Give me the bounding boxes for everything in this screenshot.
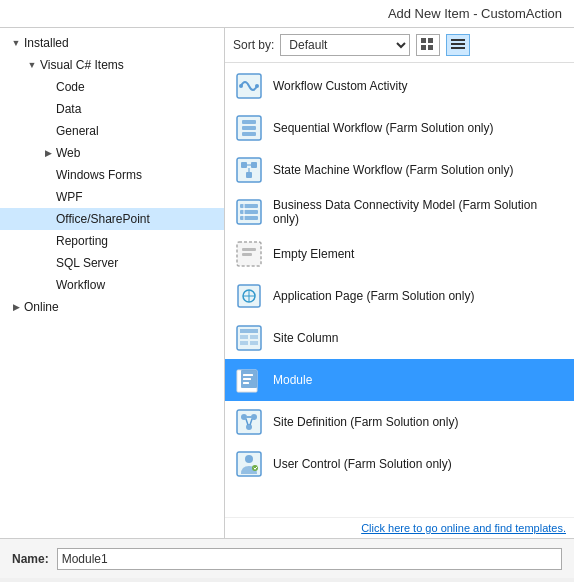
svg-point-52 (252, 465, 258, 471)
svg-rect-3 (428, 45, 433, 50)
item-label-workflow-custom: Workflow Custom Activity (273, 79, 407, 93)
main-container: ▼ Installed ▼ Visual C# Items ▶ Code ▶ D… (0, 28, 574, 538)
list-view-button[interactable] (446, 34, 470, 56)
application-page-icon (235, 282, 263, 310)
svg-rect-12 (242, 126, 256, 130)
title-bar: Add New Item - CustomAction (0, 0, 574, 28)
tree-label-general: General (56, 124, 99, 138)
tree-node-workflow[interactable]: ▶ Workflow (0, 274, 224, 296)
name-label: Name: (12, 552, 49, 566)
item-icon-business-data (233, 196, 265, 228)
item-row-user-control[interactable]: User Control (Farm Solution only) (225, 443, 574, 485)
items-list: Workflow Custom Activity Sequential Work… (225, 63, 574, 517)
sort-bar: Sort by: Default Name Type (225, 28, 574, 63)
svg-point-46 (246, 424, 252, 430)
svg-rect-36 (240, 341, 248, 345)
item-row-state-machine[interactable]: State Machine Workflow (Farm Solution on… (225, 149, 574, 191)
svg-rect-43 (237, 410, 261, 434)
tree-node-code[interactable]: ▶ Code (0, 76, 224, 98)
tree-node-visual-csharp[interactable]: ▼ Visual C# Items (0, 54, 224, 76)
bottom-bar: Name: (0, 538, 574, 578)
item-row-empty-element[interactable]: Empty Element (225, 233, 574, 275)
tree-label-code: Code (56, 80, 85, 94)
tree-node-installed[interactable]: ▼ Installed (0, 32, 224, 54)
item-label-state-machine: State Machine Workflow (Farm Solution on… (273, 163, 514, 177)
expand-icon-online: ▶ (8, 299, 24, 315)
tree-label-online: Online (24, 300, 59, 314)
svg-rect-26 (242, 248, 256, 251)
item-icon-sequential-workflow (233, 112, 265, 144)
item-row-site-column[interactable]: Site Column (225, 317, 574, 359)
tree-label-visual-csharp: Visual C# Items (40, 58, 124, 72)
expand-icon-visual-csharp: ▼ (24, 57, 40, 73)
svg-rect-22 (240, 210, 258, 214)
right-panel: Sort by: Default Name Type (225, 28, 574, 538)
item-icon-application-page (233, 280, 265, 312)
name-input[interactable] (57, 548, 562, 570)
item-icon-module (233, 364, 265, 396)
item-label-empty-element: Empty Element (273, 247, 354, 261)
svg-rect-6 (451, 47, 465, 49)
svg-rect-1 (428, 38, 433, 43)
item-label-site-column: Site Column (273, 331, 338, 345)
item-row-sequential-workflow[interactable]: Sequential Workflow (Farm Solution only) (225, 107, 574, 149)
empty-element-icon (235, 240, 263, 268)
tree-label-sql-server: SQL Server (56, 256, 118, 270)
online-link[interactable]: Click here to go online and find templat… (225, 517, 574, 538)
tree-node-reporting[interactable]: ▶ Reporting (0, 230, 224, 252)
svg-rect-35 (250, 335, 258, 339)
user-control-icon (235, 450, 263, 478)
tree-node-general[interactable]: ▶ General (0, 120, 224, 142)
site-definition-icon (235, 408, 263, 436)
item-row-application-page[interactable]: Application Page (Farm Solution only) (225, 275, 574, 317)
tree-node-sql-server[interactable]: ▶ SQL Server (0, 252, 224, 274)
svg-rect-37 (250, 341, 258, 345)
module-icon (235, 366, 263, 394)
item-row-module[interactable]: Module (225, 359, 574, 401)
item-icon-site-column (233, 322, 265, 354)
sequential-workflow-icon (235, 114, 263, 142)
item-label-business-data: Business Data Connectivity Model (Farm S… (273, 198, 566, 226)
tree-node-data[interactable]: ▶ Data (0, 98, 224, 120)
svg-rect-21 (240, 204, 258, 208)
tree-node-online[interactable]: ▶ Online (0, 296, 224, 318)
tree-label-data: Data (56, 102, 81, 116)
left-panel: ▼ Installed ▼ Visual C# Items ▶ Code ▶ D… (0, 28, 225, 538)
svg-rect-13 (242, 132, 256, 136)
tree-node-office-sharepoint[interactable]: ▶ Office/SharePoint (0, 208, 224, 230)
sort-select[interactable]: Default Name Type (280, 34, 410, 56)
item-icon-site-definition (233, 406, 265, 438)
tree-node-web[interactable]: ▶ Web (0, 142, 224, 164)
online-link-text: Click here to go online and find templat… (361, 522, 566, 534)
svg-point-51 (245, 455, 253, 463)
item-icon-workflow-custom (233, 70, 265, 102)
svg-rect-16 (251, 162, 257, 168)
tree-label-windows-forms: Windows Forms (56, 168, 142, 182)
svg-point-8 (239, 84, 243, 88)
svg-rect-23 (240, 216, 258, 220)
state-machine-icon (235, 156, 263, 184)
svg-rect-33 (240, 329, 258, 333)
svg-rect-40 (243, 374, 253, 376)
svg-rect-0 (421, 38, 426, 43)
business-data-icon (235, 198, 263, 226)
tree-node-windows-forms[interactable]: ▶ Windows Forms (0, 164, 224, 186)
item-label-application-page: Application Page (Farm Solution only) (273, 289, 474, 303)
item-label-user-control: User Control (Farm Solution only) (273, 457, 452, 471)
sort-label: Sort by: (233, 38, 274, 52)
item-icon-state-machine (233, 154, 265, 186)
item-row-business-data[interactable]: Business Data Connectivity Model (Farm S… (225, 191, 574, 233)
item-row-workflow-custom[interactable]: Workflow Custom Activity (225, 65, 574, 107)
tree-label-workflow: Workflow (56, 278, 105, 292)
workflow-custom-icon (235, 72, 263, 100)
tree-node-wpf[interactable]: ▶ WPF (0, 186, 224, 208)
site-column-icon (235, 324, 263, 352)
tree-label-office-sharepoint: Office/SharePoint (56, 212, 150, 226)
tree-label-installed: Installed (24, 36, 69, 50)
grid-view-button[interactable] (416, 34, 440, 56)
svg-rect-41 (243, 378, 251, 380)
svg-rect-34 (240, 335, 248, 339)
item-row-site-definition[interactable]: Site Definition (Farm Solution only) (225, 401, 574, 443)
svg-rect-15 (241, 162, 247, 168)
expand-icon-installed: ▼ (8, 35, 24, 51)
